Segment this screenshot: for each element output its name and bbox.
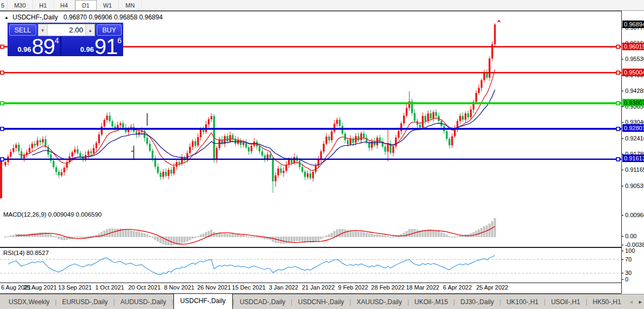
timeframe-button-mn[interactable]: MN xyxy=(119,0,142,10)
current-price-label: 0.96894 xyxy=(622,21,644,28)
buy-price-display[interactable]: 0.96916 xyxy=(63,36,129,56)
date-label: 8 Nov 2021 xyxy=(162,284,197,291)
rsi-axis-label: 0 xyxy=(625,276,628,283)
axis-tick xyxy=(622,122,623,123)
chevron-down-icon: ▾ xyxy=(42,28,44,33)
date-label: 25 Aug 2021 xyxy=(22,284,58,291)
collapse-triangle-icon[interactable]: ▲ xyxy=(4,15,9,20)
date-label: 3 Jan 2022 xyxy=(266,284,301,291)
date-label: 13 Sep 2021 xyxy=(57,284,93,291)
macd-histogram xyxy=(5,218,496,245)
date-label: 15 Dec 2021 xyxy=(231,284,267,291)
axis-tick xyxy=(622,170,623,170)
sell-price-big: 89 xyxy=(32,37,55,56)
timeframe-button-5[interactable]: 5 xyxy=(0,0,8,10)
tab-eurusd-daily[interactable]: EURUSD-,Daily xyxy=(57,296,113,308)
timeframe-button-d1[interactable]: D1 xyxy=(75,0,97,10)
price-axis[interactable]: 0.967750.961600.955300.949000.942850.936… xyxy=(622,11,644,293)
tab-xauusd-daily[interactable]: XAUUSD-,Daily xyxy=(351,296,407,308)
tab-dj30-daily[interactable]: DJ30-,Daily xyxy=(455,296,499,308)
rsi-line xyxy=(8,256,495,275)
tab-hk50-h1[interactable]: HK50-,H1 xyxy=(587,296,627,308)
price-tick-label: 0.90535 xyxy=(625,183,644,190)
timeframe-button-w1[interactable]: W1 xyxy=(97,0,119,10)
chart-title: USDCHF-,Daily xyxy=(12,14,58,21)
rsi-axis-label: 70 xyxy=(625,256,632,263)
axis-tick xyxy=(622,251,623,251)
tab-scroll-right-icon[interactable]: ► xyxy=(636,299,644,305)
rsi-plot[interactable] xyxy=(0,248,621,283)
axis-tick xyxy=(622,273,623,273)
tab-usdcnh-daily[interactable]: USDCNH-,Daily xyxy=(292,296,349,308)
axis-tick xyxy=(622,259,623,260)
tab-usdx-weekly[interactable]: USDX,Weekly xyxy=(3,296,55,308)
mt4-terminal: 5M30H1H4D1W1MN ▲ USDCHF-,Daily 0.96870 0… xyxy=(0,0,644,309)
timeframe-button-h4[interactable]: H4 xyxy=(54,0,75,10)
axis-tick xyxy=(622,59,623,59)
hline-0.95004 xyxy=(0,71,621,75)
hline-price-label: 0.93807 xyxy=(622,99,644,106)
trade-panel: SELL ▾ ▴ BUY 0.96894 0.96916 xyxy=(8,23,123,56)
hline-price-label: 0.91613 xyxy=(622,154,644,162)
axis-tick xyxy=(622,236,623,237)
sell-button[interactable]: SELL xyxy=(9,24,36,36)
hline-price-label: 0.96019 xyxy=(622,43,644,50)
date-label: 18 Mar 2022 xyxy=(405,284,440,291)
tab-usdcad-daily[interactable]: USDCAD-,Daily xyxy=(234,296,291,308)
axis-tick xyxy=(622,215,623,216)
tab-usdchf-daily[interactable]: USDCHF-,Daily xyxy=(173,293,233,309)
volume-input[interactable] xyxy=(48,24,85,36)
price-tick-label: 0.92410 xyxy=(625,135,644,142)
date-label: 6 Apr 2022 xyxy=(440,284,475,291)
buy-button[interactable]: BUY xyxy=(97,24,122,36)
axis-tick xyxy=(622,245,623,245)
timeframe-button-h1[interactable]: H1 xyxy=(33,0,54,10)
date-label: 28 Feb 2022 xyxy=(370,284,406,291)
date-label: 25 Apr 2022 xyxy=(474,284,510,291)
chevron-up-icon: ▴ xyxy=(89,28,92,33)
buy-price-big: 91 xyxy=(95,37,118,56)
date-label: 1 Oct 2021 xyxy=(92,284,128,291)
price-tick-label: 0.91165 xyxy=(625,166,644,173)
sell-price-pip: 4 xyxy=(55,37,59,44)
rsi-label: RSI(14) 80.8527 xyxy=(3,250,49,256)
price-arrow-marker xyxy=(497,19,501,23)
tab-usoil-h1[interactable]: USOil-,H1 xyxy=(546,296,586,308)
buy-price-pip: 6 xyxy=(117,37,122,44)
price-tick-label: 0.94285 xyxy=(625,88,644,95)
timeframe-button-m30[interactable]: M30 xyxy=(8,0,32,10)
sell-price-prefix: 0.96 xyxy=(17,44,31,56)
hline-0.91613 xyxy=(0,158,621,161)
axis-tick xyxy=(622,106,623,107)
macd-axis-label: 0.009663 xyxy=(625,212,644,219)
axis-tick xyxy=(622,138,623,139)
chart-ohlc-values: 0.96870 0.96906 0.96858 0.96894 xyxy=(64,14,163,21)
edge-clipped-candle xyxy=(0,161,2,198)
date-label: 20 Oct 2021 xyxy=(126,284,162,291)
hline-0.93807 xyxy=(0,102,621,105)
axis-tick xyxy=(622,91,623,91)
tab-uk100-h1[interactable]: UK100-,H1 xyxy=(501,296,544,308)
hline-price-label: 0.92801 xyxy=(622,124,644,132)
hline-0.92801 xyxy=(0,127,621,131)
rsi-axis-label: 100 xyxy=(625,247,635,254)
macd-label: MACD(12,26,9) 0.009049 0.006590 xyxy=(3,211,102,218)
price-tick-label: 0.95530 xyxy=(625,56,644,63)
volume-increase-button[interactable]: ▴ xyxy=(85,24,95,36)
chart-tab-bar: USDX,Weekly|EURUSD-,Daily|AUDUSD-,Daily|… xyxy=(0,294,644,309)
tab-ukoil-m15[interactable]: UKOil-,M15 xyxy=(409,296,453,308)
axis-tick xyxy=(622,186,623,186)
axis-tick xyxy=(622,279,623,280)
macd-axis-label: 0.00 xyxy=(625,233,636,240)
tab-scroll-left-icon[interactable]: ◄ xyxy=(627,299,636,305)
timeframe-toolbar: 5M30H1H4D1W1MN xyxy=(0,0,644,11)
buy-price-prefix: 0.96 xyxy=(80,44,93,56)
tab-audusd-daily[interactable]: AUDUSD-,Daily xyxy=(115,296,172,308)
time-axis[interactable]: 6 Aug 202125 Aug 202113 Sep 20211 Oct 20… xyxy=(0,283,621,294)
date-label: 21 Jan 2022 xyxy=(300,284,336,291)
chart-header: ▲ USDCHF-,Daily 0.96870 0.96906 0.96858 … xyxy=(4,14,163,21)
date-label: 9 Feb 2022 xyxy=(336,284,371,291)
hline-price-label: 0.95004 xyxy=(622,69,644,76)
volume-decrease-button[interactable]: ▾ xyxy=(38,24,48,36)
sell-price-display[interactable]: 0.96894 xyxy=(9,36,61,56)
